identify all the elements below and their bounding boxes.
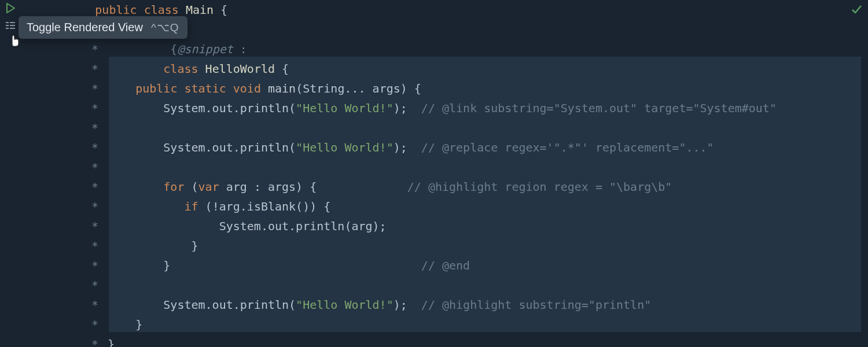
keyword: public [95,3,137,17]
doc-star: * [39,219,108,233]
code-line[interactable]: * } [39,334,868,347]
text: ); [393,298,421,312]
keyword: class [163,62,198,76]
pad [170,259,421,272]
text: arg : args) { [219,180,317,194]
toggle-rendered-view-icon[interactable] [5,20,16,31]
string-literal: "Hello World!" [296,141,393,154]
punct: { [275,62,289,76]
keyword: class [144,3,179,17]
doc-star: * [39,318,108,331]
text: System.out.println( [163,141,296,154]
doc-star: * [39,337,108,347]
comment: // @highlight substring="println" [421,298,651,312]
text: System.out.println( [163,298,296,312]
brace: } [163,259,170,272]
text: ); [393,141,421,154]
gutter [0,0,39,347]
code-line[interactable]: * System.out.println("Hello World!"); //… [39,98,868,118]
text: System.out.println( [163,101,296,115]
code-editor[interactable]: public class Main { * {@snippet : * clas… [0,0,868,347]
keyword: static [177,82,226,95]
doc-star: * [39,82,108,95]
pad [317,180,407,194]
comment: // @replace regex='".*"' replacement="..… [421,141,714,154]
keyword: if [184,200,198,213]
doc-star: * [39,62,108,76]
doc-star: * [39,121,108,135]
text: (!arg.isBlank()) { [198,200,331,213]
comment: // @highlight region regex = "\barg\b" [407,180,672,194]
tooltip-toggle-rendered-view: Toggle Rendered View ^⌥Q [19,16,187,39]
doc-star: * [39,42,108,56]
tooltip-shortcut: ^⌥Q [151,21,179,34]
pointer-cursor-icon [8,34,21,50]
text: ); [393,101,421,115]
text: System.out.println(arg); [219,219,387,233]
status-ok-check-icon[interactable] [851,3,862,18]
string-literal: "Hello World!" [296,101,393,115]
class-name: HelloWorld [198,62,275,76]
javadoc-snippet-block [109,57,861,332]
doc-star: * [39,141,108,154]
keyword: void [226,82,261,95]
keyword: for [163,180,184,194]
doc-star: * [39,239,108,253]
doc-star: * [39,101,108,115]
brace: } [192,239,198,253]
method-name: main [261,82,296,95]
svg-marker-0 [7,3,14,13]
doc-star: * [39,200,108,213]
string-literal: "Hello World!" [296,298,393,312]
keyword: var [198,180,219,194]
punct: (String... args) { [296,82,421,95]
doc-star: * [39,160,108,174]
keyword: public [135,82,177,95]
comment: // @link substring="System.out" target="… [421,101,777,115]
punct: { [214,3,227,17]
tooltip-text: Toggle Rendered View [27,21,143,34]
code-area[interactable]: public class Main { * {@snippet : * clas… [39,0,868,347]
brace: } [135,318,142,331]
class-name: Main [186,3,214,17]
doc-star: * [39,180,108,194]
brace: } [108,337,115,347]
run-icon[interactable] [5,2,16,14]
punct: ( [184,180,198,194]
doc-star: * [39,259,108,272]
doc-star: * [39,278,108,292]
doc-star: * [39,298,108,312]
comment: // @end [421,259,470,272]
